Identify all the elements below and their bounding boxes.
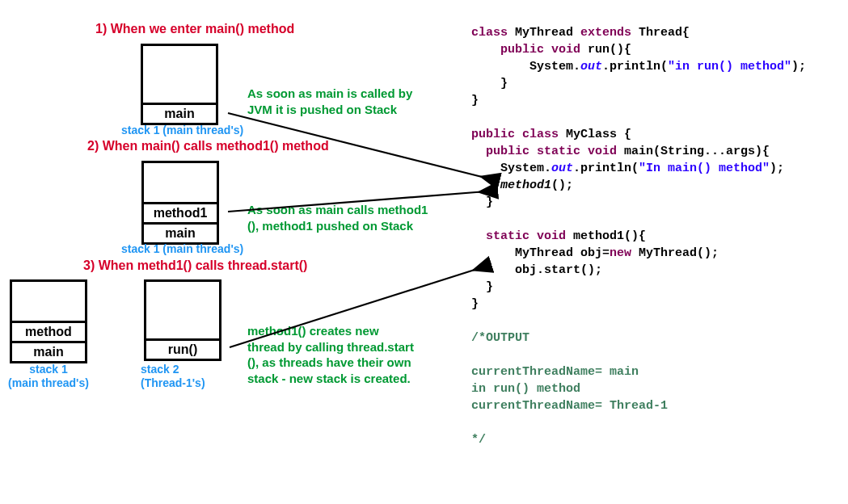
annotation-2-line-2: (), method1 pushed on Stack — [247, 219, 413, 233]
annotation-3: method1() creates new thread by calling … — [247, 323, 414, 386]
stack-1: main — [141, 44, 218, 125]
code-tok: ); — [791, 60, 806, 74]
code-tok: main(String...args){ — [617, 145, 770, 158]
annotation-3-line-4: stack - new stack is created. — [247, 372, 411, 385]
annotation-3-line-2: thread by calling thread.start — [247, 340, 414, 354]
code-tok: extends — [580, 26, 631, 40]
code-tok: static void — [486, 229, 566, 243]
code-tok: } — [471, 94, 479, 107]
code-tok — [471, 43, 500, 57]
diagram-canvas: 1) When we enter main() method main stac… — [0, 0, 848, 504]
code-tok: "in run() method" — [668, 60, 791, 74]
code-tok: currentThreadName= main — [471, 365, 639, 379]
code-tok: MyClass { — [559, 128, 631, 141]
code-tok: currentThreadName= Thread-1 — [471, 399, 668, 413]
code-tok: } — [471, 297, 479, 311]
annotation-1-line-1: As soon as main is called by — [247, 86, 412, 100]
code-tok: new — [610, 246, 631, 260]
code-tok: out — [551, 162, 573, 175]
stack-1-caption: stack 1 (main thread's) — [121, 124, 243, 137]
section-1-title: 1) When we enter main() method — [95, 22, 294, 36]
stack-1-cell-main: main — [143, 103, 216, 123]
section-3-title: 3) When methd1() calls thread.start() — [83, 258, 307, 273]
code-tok: } — [471, 77, 508, 90]
stack-3a-caption-l1: stack 1 — [29, 363, 67, 376]
code-tok: in run() method — [471, 382, 580, 396]
stack-3b-caption-l2: (Thread-1's) — [141, 376, 205, 389]
annotation-3-line-1: method1() creates new — [247, 324, 379, 338]
annotation-1: As soon as main is called by JVM it is p… — [247, 86, 412, 117]
code-tok: (); — [551, 178, 573, 192]
stack-2: method1 main — [141, 161, 219, 245]
code-tok: MyThread — [508, 26, 580, 40]
stack-2-cell-main: main — [144, 222, 217, 242]
stack-3a: method main — [10, 279, 87, 363]
code-tok: ); — [770, 162, 784, 175]
code-tok: .println( — [602, 60, 668, 74]
stack-3a-cell-method: method — [12, 321, 85, 341]
annotation-3-line-3: (), as threads have their own — [247, 355, 411, 369]
code-tok: System. — [471, 60, 580, 74]
section-2-title: 2) When main() calls method1() method — [87, 139, 329, 153]
code-tok: Thread{ — [631, 26, 690, 40]
code-tok: public static void — [486, 145, 617, 158]
annotation-2-line-1: As soon as main calls method1 — [247, 203, 428, 216]
stack-3b: run() — [144, 279, 221, 361]
code-tok: run(){ — [580, 43, 631, 57]
code-tok: "In main() method" — [639, 162, 770, 175]
code-tok: } — [471, 195, 493, 209]
code-tok: .println( — [573, 162, 639, 175]
stack-3a-cell-main: main — [12, 341, 85, 361]
code-tok — [471, 145, 486, 158]
code-tok: */ — [471, 433, 486, 447]
stack-3a-caption-l2: (main thread's) — [8, 376, 89, 389]
code-tok: MyThread(); — [631, 246, 719, 260]
code-tok: obj.start(); — [471, 263, 602, 277]
code-block: class MyThread extends Thread{ public vo… — [471, 24, 806, 448]
stack-3a-caption: stack 1 (main thread's) — [6, 363, 91, 390]
stack-3b-caption: stack 2 (Thread-1's) — [141, 363, 221, 390]
code-tok: public class — [471, 128, 559, 141]
code-tok: MyThread obj= — [471, 246, 610, 260]
code-tok: } — [471, 280, 493, 294]
code-tok: System. — [471, 162, 551, 175]
code-tok: public void — [500, 43, 580, 57]
code-tok: out — [580, 60, 602, 74]
stack-2-cell-method1: method1 — [144, 202, 217, 222]
code-tok: class — [471, 26, 508, 40]
annotation-2: As soon as main calls method1 (), method… — [247, 202, 428, 233]
stack-1-empty — [143, 46, 216, 103]
stack-2-empty — [144, 163, 217, 202]
annotation-1-line-2: JVM it is pushed on Stack — [247, 103, 397, 116]
stack-3a-empty — [12, 282, 85, 321]
code-tok: method1(){ — [566, 229, 646, 243]
stack-3b-cell-run: run() — [146, 338, 219, 359]
code-tok: method1 — [500, 178, 551, 192]
code-tok — [471, 178, 500, 192]
stack-3b-caption-l1: stack 2 — [141, 363, 179, 376]
stack-2-caption: stack 1 (main thread's) — [121, 242, 243, 256]
stack-3b-empty — [146, 282, 219, 338]
code-tok — [471, 229, 486, 243]
code-tok: /*OUTPUT — [471, 331, 529, 345]
